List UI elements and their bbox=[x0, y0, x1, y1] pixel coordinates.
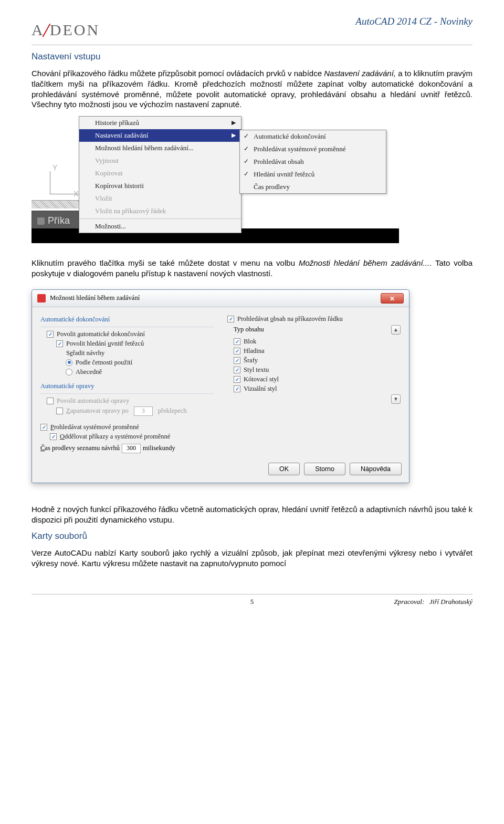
row-delay: Čas prodlevy seznamu návrhů 300 miliseku… bbox=[40, 444, 214, 453]
axis-y-label: Y bbox=[52, 163, 57, 172]
checkbox-dim-style[interactable]: Kótovací styl bbox=[234, 376, 401, 383]
checkbox-enable-autocompletion[interactable]: Povolit automatické dokončování bbox=[47, 330, 214, 338]
cancel-button[interactable]: Storno bbox=[304, 463, 345, 475]
checkbox-layer[interactable]: Hladina bbox=[234, 347, 401, 355]
submenu-autocompletion[interactable]: ✓Automatické dokončování bbox=[240, 130, 386, 143]
checkbox-search-in-strings[interactable]: Povolit hledání uvnitř řetězců bbox=[56, 340, 214, 348]
chevron-up-icon[interactable]: ▲ bbox=[391, 325, 401, 335]
help-button[interactable]: Nápověda bbox=[350, 463, 402, 475]
menu-item-copy: Kopírovat bbox=[79, 167, 241, 180]
app-icon bbox=[37, 294, 46, 303]
logo: A/DEON bbox=[32, 16, 100, 40]
checkbox-remember-corrections: Zapamatovat opravy po 3 překlepech bbox=[56, 406, 214, 416]
context-menu-main[interactable]: Historie příkazů▶ Nastavení zadávání▶ Mo… bbox=[79, 116, 242, 233]
group-autocorrect: Automatické opravy bbox=[40, 382, 214, 390]
checkbox-search-sysvar[interactable]: Prohledávat systémové proměnné bbox=[40, 423, 214, 431]
close-icon[interactable]: ✕ bbox=[381, 293, 404, 304]
label-sort-suggestions: Seřadit návrhy bbox=[56, 349, 214, 357]
menu-item-search-options[interactable]: Možnosti hledání během zadávání... bbox=[79, 142, 241, 154]
menu-item-history[interactable]: Historie příkazů▶ bbox=[79, 117, 241, 129]
axis-x-label: X bbox=[74, 190, 78, 198]
checkbox-text-style[interactable]: Styl textu bbox=[234, 366, 401, 374]
menu-item-paste: Vložit bbox=[79, 192, 241, 205]
submenu-search-in-strings[interactable]: ✓Hledání uvnitř řetězců bbox=[240, 168, 386, 181]
checkbox-visual-style[interactable]: Vizuální styl bbox=[234, 385, 401, 393]
screenshot-context-menu: Y X Příka Historie příkazů▶ Nastavení za… bbox=[32, 116, 399, 247]
paragraph-2: Kliknutím pravého tlačítka myši se také … bbox=[32, 258, 472, 279]
dialog-titlebar: Možnosti hledání během zadávání ✕ bbox=[32, 290, 409, 307]
page-footer: 5 Zpracoval: Jiří Drahotuský bbox=[32, 594, 472, 598]
submenu-search-content[interactable]: ✓Prohledávat obsah bbox=[240, 155, 386, 168]
header-rule bbox=[32, 45, 472, 45]
radio-alphabetically[interactable]: Abecedně bbox=[66, 368, 214, 376]
paragraph-4: Verze AutoCADu nabízí Karty souborů jako… bbox=[32, 548, 472, 569]
menu-item-options[interactable]: Možnosti... bbox=[79, 220, 241, 233]
input-typos-count[interactable]: 3 bbox=[134, 406, 153, 416]
menu-item-copy-history[interactable]: Kopírovat historii bbox=[79, 180, 241, 192]
checkbox-search-content-cmdline[interactable]: Prohledávat obsah na příkazovém řádku bbox=[227, 315, 401, 323]
menu-item-cut: Vyjmout bbox=[79, 154, 241, 167]
submenu-search-sysvar[interactable]: ✓Prohledávat systémové proměnné bbox=[240, 143, 386, 155]
chevron-right-icon: ▶ bbox=[232, 132, 236, 139]
check-icon: ✓ bbox=[244, 170, 249, 178]
checkbox-hatch[interactable]: Šrafy bbox=[234, 357, 401, 364]
checkbox-enable-autocorrect[interactable]: Povolit automatické opravy bbox=[47, 397, 214, 405]
doc-title: AutoCAD 2014 CZ - Novinky bbox=[355, 16, 472, 27]
paragraph-1: Chování příkazového řádku můžete přizpůs… bbox=[32, 68, 472, 110]
menu-item-input-settings[interactable]: Nastavení zadávání▶ bbox=[79, 129, 241, 142]
screenshot-dialog: Možnosti hledání během zadávání ✕ Automa… bbox=[32, 289, 410, 483]
page-number: 5 bbox=[250, 598, 254, 606]
ok-button[interactable]: OK bbox=[268, 463, 300, 475]
chevron-down-icon[interactable]: ▼ bbox=[391, 394, 401, 404]
close-icon[interactable] bbox=[37, 217, 45, 225]
check-icon: ✓ bbox=[244, 145, 249, 153]
context-menu-sub[interactable]: ✓Automatické dokončování ✓Prohledávat sy… bbox=[239, 130, 386, 194]
hatch-bar bbox=[32, 200, 79, 208]
menu-separator bbox=[79, 218, 241, 219]
check-icon: ✓ bbox=[244, 158, 249, 165]
section-title-file-tabs: Karty souborů bbox=[32, 531, 472, 541]
checkbox-separate-cmd-sysvar[interactable]: Oddělovat příkazy a systémové proměnné bbox=[50, 433, 214, 441]
group-autocompletion: Automatické dokončování bbox=[40, 316, 214, 324]
checkbox-block[interactable]: Blok bbox=[234, 338, 401, 346]
radio-by-frequency[interactable]: Podle četnosti použití bbox=[66, 359, 214, 367]
paragraph-3: Hodně z nových funkcí příkazového řádku … bbox=[32, 504, 472, 525]
chevron-right-icon: ▶ bbox=[232, 119, 236, 126]
menu-item-paste-cmd: Vložit na příkazový řádek bbox=[79, 205, 241, 217]
check-icon: ✓ bbox=[244, 132, 249, 140]
submenu-delay-time[interactable]: Čas prodlevy bbox=[240, 181, 386, 193]
dialog-title-text: Možnosti hledání během zadávání bbox=[50, 294, 140, 302]
input-delay-ms[interactable]: 300 bbox=[122, 444, 141, 453]
section-title-input-settings: Nastavení vstupu bbox=[32, 51, 472, 62]
label-content-type: Typ obsahu bbox=[234, 326, 264, 333]
